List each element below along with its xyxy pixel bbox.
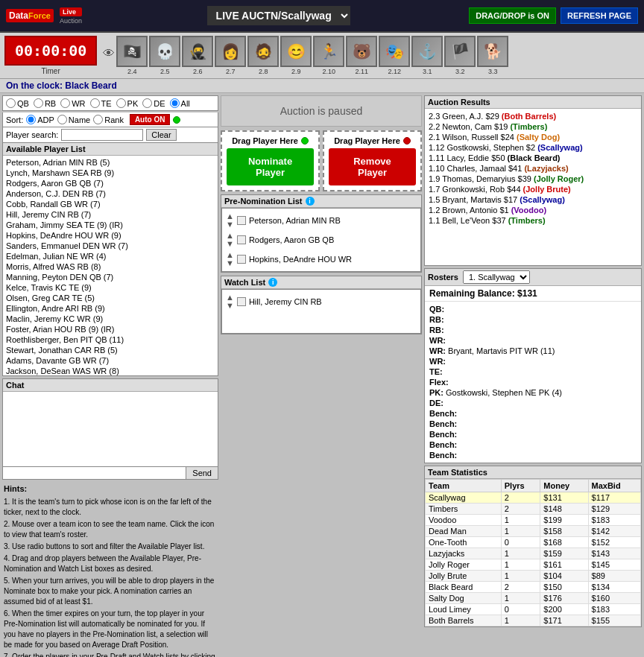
auction-select[interactable]: LIVE AUCTN/Scallywag — [207, 6, 350, 25]
remove-button[interactable]: Remove Player — [329, 148, 416, 185]
prenom-arrows[interactable]: ▲▼ — [226, 251, 234, 267]
rosters-header: Rosters 1. Scallywag — [425, 269, 641, 286]
avatar-2.4[interactable]: 🏴‍☠️2.4 — [116, 36, 148, 75]
avatar-2.9[interactable]: 😊2.9 — [280, 36, 312, 75]
stats-cell-team: Dead Man — [426, 526, 502, 537]
timer-label: Timer — [42, 67, 60, 75]
player-item[interactable]: Sanders, Emmanuel DEN WR (7) — [4, 241, 216, 251]
balance-display: Remaining Balance: $131 — [425, 286, 641, 302]
player-item[interactable]: Graham, Jimmy SEA TE (9) (IR) — [4, 220, 216, 230]
stats-row: Dead Man1$158$142 — [426, 526, 641, 537]
player-item[interactable]: Lynch, Marshawn SEA RB (9) — [4, 168, 216, 178]
stats-cell-maxbid: $89 — [588, 571, 640, 582]
stats-cell-plyrs: 1 — [501, 593, 540, 604]
stats-cell-team: Voodoo — [426, 515, 502, 526]
sort-name[interactable]: Name — [57, 115, 90, 124]
result-team: (Timbers) — [510, 122, 547, 131]
roster-slot: Bench: — [429, 419, 637, 429]
avatar-3.1[interactable]: ⚓3.1 — [411, 36, 443, 75]
player-item[interactable]: Edelman, Julian NE WR (4) — [4, 251, 216, 261]
avatar-2.8[interactable]: 🧔2.8 — [247, 36, 279, 75]
team-stats-table: TeamPlyrsMoneyMaxBidScallywag2$131$117Ti… — [425, 479, 641, 626]
slot-pos: RB: — [429, 326, 444, 334]
autopick-button[interactable]: Auto ON — [130, 114, 171, 125]
player-item[interactable]: Hopkins, DeAndre HOU WR (9) — [4, 230, 216, 241]
avatar-2.7[interactable]: 👩2.7 — [215, 36, 246, 75]
avatar-3.2[interactable]: 🏴3.2 — [444, 36, 476, 75]
stats-cell-team: One-Tooth — [426, 537, 502, 548]
auction-result-item: 1.1 Bell, Le'Veon $37 (Timbers) — [427, 215, 639, 226]
pos-rb[interactable]: RB — [34, 98, 56, 108]
stats-cell-money: $131 — [540, 492, 588, 504]
roster-slot: Flex: — [429, 377, 637, 387]
pos-pk[interactable]: PK — [116, 98, 139, 108]
player-item[interactable]: Kelce, Travis KC TE (9) — [4, 282, 216, 293]
player-item[interactable]: Hill, Jeremy CIN RB (7) — [4, 209, 216, 220]
player-item[interactable]: Roethlisberger, Ben PIT QB (11) — [4, 334, 216, 345]
player-item[interactable]: Stewart, Jonathan CAR RB (5) — [4, 345, 216, 355]
player-item[interactable]: Peterson, Adrian MIN RB (5) — [4, 157, 216, 168]
sort-adp[interactable]: ADP — [26, 115, 54, 124]
stats-cell-maxbid: $160 — [588, 593, 640, 604]
pos-all[interactable]: All — [170, 98, 190, 108]
avatar-2.6[interactable]: 🥷2.6 — [182, 36, 213, 75]
player-list[interactable]: Peterson, Adrian MIN RB (5)Lynch, Marsha… — [3, 156, 218, 375]
slot-pos: DE: — [429, 399, 443, 407]
player-item[interactable]: Rodgers, Aaron GB QB (7) — [4, 178, 216, 188]
clear-button[interactable]: Clear — [146, 129, 176, 141]
player-item[interactable]: Maclin, Jeremy KC WR (9) — [4, 314, 216, 324]
hint-item: 3. Use radio buttons to sort and filter … — [4, 542, 217, 552]
team-select[interactable]: 1. Scallywag — [463, 270, 530, 284]
avatar-2.10[interactable]: 🏃2.10 — [313, 36, 344, 75]
timer-section: 00:00:00 Timer — [4, 36, 97, 75]
stats-row: Lazyjacks1$159$143 — [426, 548, 641, 559]
team-stats-table-container: TeamPlyrsMoneyMaxBidScallywag2$131$117Ti… — [425, 479, 641, 626]
sort-row: Sort: ADP Name Rank Auto ON — [2, 112, 218, 127]
avatar-3.3[interactable]: 🐕3.3 — [477, 36, 508, 75]
avatar-2.12[interactable]: 🎭2.12 — [379, 36, 410, 75]
result-team: (Jolly Brute) — [523, 185, 571, 194]
slot-pos: PK: — [429, 388, 443, 397]
stats-cell-plyrs: 2 — [501, 582, 540, 593]
player-item[interactable]: Anderson, C.J. DEN RB (7) — [4, 188, 216, 199]
stats-cell-plyrs: 0 — [501, 604, 540, 615]
slot-pos: QB: — [429, 305, 444, 314]
player-item[interactable]: Jackson, DeSean WAS WR (8) — [4, 366, 216, 375]
pos-te[interactable]: TE — [90, 98, 112, 108]
player-item[interactable]: Morris, Alfred WAS RB (8) — [4, 261, 216, 272]
slot-player: Bryant, Martavis PIT WR (11) — [448, 346, 555, 355]
prenom-item: ▲▼Peterson, Adrian MIN RB — [224, 211, 418, 230]
drag-drop-button[interactable]: DRAG/DROP is ON — [469, 7, 556, 24]
send-button[interactable]: Send — [186, 466, 218, 479]
player-item[interactable]: Adams, Davante GB WR (7) — [4, 355, 216, 366]
player-item[interactable]: Olsen, Greg CAR TE (5) — [4, 293, 216, 303]
search-input[interactable] — [61, 129, 143, 141]
stats-cell-team: Black Beard — [426, 582, 502, 593]
stats-header-plyrs: Plyrs — [501, 480, 540, 492]
player-item[interactable]: Cobb, Randall GB WR (7) — [4, 199, 216, 209]
chat-input[interactable] — [3, 466, 186, 479]
refresh-button[interactable]: REFRESH PAGE — [561, 7, 638, 24]
stats-cell-maxbid: $117 — [588, 492, 640, 504]
prenom-arrows[interactable]: ▲▼ — [226, 232, 234, 248]
roster-slot: PK: Gostkowski, Stephen NE PK (4) — [429, 387, 637, 398]
pos-qb[interactable]: QB — [6, 98, 29, 108]
avatar-2.11[interactable]: 🐻2.11 — [346, 36, 377, 75]
prenom-list: ▲▼Peterson, Adrian MIN RB▲▼Rodgers, Aaro… — [221, 208, 421, 272]
sort-rank[interactable]: Rank — [93, 115, 124, 124]
player-item[interactable]: Foster, Arian HOU RB (9) (IR) — [4, 324, 216, 334]
nominate-zone[interactable]: Drag Player Here Nominate Player — [221, 130, 320, 191]
pos-de[interactable]: DE — [142, 98, 165, 108]
pos-wr[interactable]: WR — [60, 98, 85, 108]
watch-arrows[interactable]: ▲▼ — [226, 293, 234, 310]
slot-pos: Bench: — [429, 419, 457, 428]
remove-zone[interactable]: Drag Player Here Remove Player — [323, 130, 422, 191]
player-item[interactable]: Ellington, Andre ARI RB (9) — [4, 303, 216, 314]
prenom-arrows[interactable]: ▲▼ — [226, 212, 234, 229]
avatar-2.5[interactable]: 💀2.5 — [149, 36, 180, 75]
logo-text: DataForce — [6, 9, 54, 22]
roster-slot: WR: — [429, 335, 637, 346]
stats-cell-maxbid: $129 — [588, 504, 640, 515]
nominate-button[interactable]: Nominate Player — [227, 148, 314, 185]
player-item[interactable]: Manning, Peyton DEN QB (7) — [4, 272, 216, 282]
